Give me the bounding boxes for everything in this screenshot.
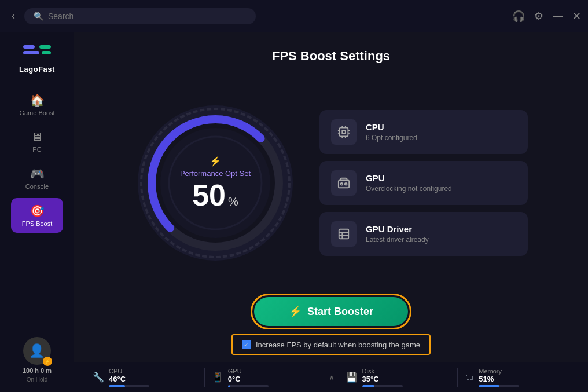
gpu-card[interactable]: GPU Overclocking not configured (319, 161, 528, 205)
sidebar-item-label-game-boost: Game Boost (19, 109, 54, 116)
status-memory-icon: 🗂 (465, 372, 474, 383)
svg-rect-2 (39, 45, 51, 49)
status-memory-info: Memory 51% (479, 368, 569, 387)
sidebar-item-console[interactable]: 🎮 Console (11, 161, 63, 196)
start-booster-label: Start Booster (307, 306, 373, 318)
back-button[interactable]: ‹ (7, 8, 20, 24)
svg-rect-23 (339, 229, 349, 239)
game-boost-icon: 🏠 (30, 93, 45, 107)
gpu-driver-card[interactable]: GPU Driver Latest driver already (319, 212, 528, 256)
booster-lightning-icon: ⚡ (289, 305, 302, 318)
sidebar-item-pc[interactable]: 🖥 PC (11, 124, 63, 159)
sidebar-item-label-console: Console (25, 183, 49, 190)
increase-fps-label: Increase FPS by default when boosting th… (256, 340, 420, 349)
status-cpu-name: CPU (109, 368, 197, 375)
close-button[interactable]: ✕ (572, 10, 581, 23)
main-content: FPS Boost Settings (74, 32, 588, 392)
status-gpu-value: 0°C (228, 375, 317, 383)
sidebar-item-label-fps-boost: FPS Boost (22, 220, 53, 227)
cpu-card-subtitle: 6 Opt configured (366, 134, 516, 142)
statusbar: 🔧 CPU 46°C 📱 GPU 0°C (74, 362, 588, 392)
status-memory: 🗂 Memory 51% (458, 368, 576, 387)
content-area: ⚡ Performance Opt Set 50 % (74, 78, 588, 288)
gpu-driver-card-info: GPU Driver Latest driver already (366, 224, 516, 244)
status-disk-bar-fill (362, 385, 374, 387)
gauge-label: Performance Opt Set (180, 169, 251, 178)
svg-rect-11 (342, 130, 346, 134)
logo-area: LagoFast (19, 42, 55, 74)
logo-icon (23, 42, 51, 60)
logo-text: LagoFast (19, 65, 55, 74)
gauge-unit: % (228, 195, 238, 208)
cpu-card-icon (331, 119, 357, 145)
user-avatar: 👤 ⚡ (23, 337, 51, 365)
gpu-card-subtitle: Overclocking not configured (366, 185, 516, 193)
status-memory-value: 51% (479, 375, 569, 383)
gauge-container: ⚡ Performance Opt Set 50 % (134, 102, 296, 264)
page-title: FPS Boost Settings (74, 32, 588, 78)
minimize-button[interactable]: — (553, 10, 563, 22)
sidebar: LagoFast 🏠 Game Boost 🖥 PC 🎮 Console 🎯 F… (0, 32, 74, 392)
gpu-card-title: GPU (366, 173, 516, 183)
pc-icon: 🖥 (31, 130, 43, 144)
status-cpu-value: 46°C (109, 375, 197, 383)
user-status: On Hold (27, 376, 48, 383)
status-disk-bar-bg (362, 385, 403, 387)
status-disk: 💾 Disk 35°C (339, 368, 458, 387)
cpu-card-info: CPU 6 Opt configured (366, 122, 516, 142)
app-body: LagoFast 🏠 Game Boost 🖥 PC 🎮 Console 🎯 F… (0, 32, 588, 392)
topbar-actions: 🎧 ⚙ — ✕ (512, 10, 581, 23)
status-disk-info: Disk 35°C (362, 368, 451, 387)
search-bar[interactable]: 🔍 (24, 8, 256, 24)
status-memory-bar-bg (479, 385, 519, 387)
svg-rect-20 (339, 180, 349, 188)
status-disk-value: 35°C (362, 375, 451, 383)
gauge-inner: ⚡ Performance Opt Set 50 % (180, 156, 251, 210)
status-cpu-icon: 🔧 (93, 372, 104, 383)
status-gpu-bar-fill (228, 385, 230, 387)
status-cpu: 🔧 CPU 46°C (86, 368, 205, 387)
increase-fps-checkbox[interactable]: ✓ (242, 340, 251, 349)
user-area: 👤 ⚡ 100 h 0 m On Hold (23, 337, 52, 383)
fps-boost-icon: 🎯 (30, 204, 45, 218)
status-disk-icon: 💾 (346, 372, 358, 383)
status-gpu: 📱 GPU 0°C (205, 368, 324, 387)
sidebar-item-fps-boost[interactable]: 🎯 FPS Boost (11, 198, 63, 233)
topbar: ‹ 🔍 🎧 ⚙ — ✕ (0, 0, 588, 32)
gpu-card-info: GPU Overclocking not configured (366, 173, 516, 193)
gpu-driver-card-subtitle: Latest driver already (366, 236, 516, 244)
status-disk-name: Disk (362, 368, 451, 375)
svg-rect-0 (23, 45, 35, 49)
bottom-section: ⚡ Start Booster ✓ Increase FPS by defaul… (74, 288, 588, 362)
status-cpu-bar-fill (109, 385, 125, 387)
svg-point-22 (345, 183, 347, 185)
search-icon: 🔍 (34, 12, 43, 21)
svg-point-21 (341, 183, 343, 185)
statusbar-chevron[interactable]: ∧ (324, 373, 339, 382)
support-icon[interactable]: 🎧 (512, 10, 525, 23)
svg-rect-1 (23, 51, 39, 54)
settings-icon[interactable]: ⚙ (534, 10, 543, 23)
start-booster-button[interactable]: ⚡ Start Booster (254, 297, 408, 326)
console-icon: 🎮 (30, 167, 45, 181)
gpu-driver-card-title: GPU Driver (366, 224, 516, 234)
sidebar-item-game-boost[interactable]: 🏠 Game Boost (11, 87, 63, 122)
cpu-card[interactable]: CPU 6 Opt configured (319, 110, 528, 154)
status-gpu-icon: 📱 (212, 372, 223, 383)
svg-rect-3 (42, 51, 51, 54)
info-cards: CPU 6 Opt configured GPU Overc (319, 110, 528, 256)
search-input[interactable] (48, 12, 247, 21)
status-memory-bar-fill (479, 385, 499, 387)
gpu-driver-card-icon (331, 221, 357, 247)
cpu-card-title: CPU (366, 122, 516, 132)
increase-fps-checkbox-row[interactable]: ✓ Increase FPS by default when boosting … (231, 334, 431, 355)
svg-rect-10 (340, 127, 348, 136)
gauge-lightning: ⚡ (180, 156, 251, 167)
status-cpu-info: CPU 46°C (109, 368, 197, 387)
gpu-card-icon (331, 170, 357, 196)
sidebar-item-label-pc: PC (32, 146, 41, 153)
gauge-value: 50 (192, 180, 226, 210)
status-gpu-name: GPU (228, 368, 317, 375)
status-memory-name: Memory (479, 368, 569, 375)
status-gpu-info: GPU 0°C (228, 368, 317, 387)
